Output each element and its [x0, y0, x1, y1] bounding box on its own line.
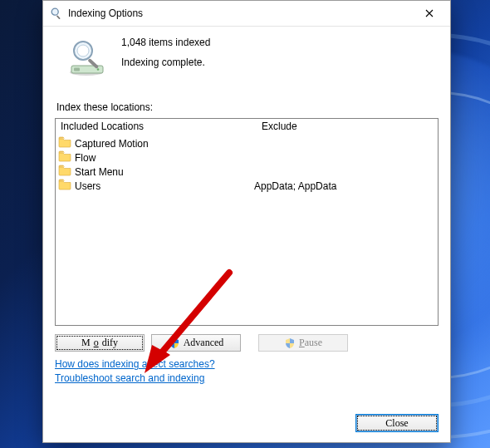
dialog-body: 1,048 items indexed Indexing complete. I… [43, 27, 450, 396]
list-item[interactable]: Flow [56, 150, 438, 165]
troubleshoot-link[interactable]: Troubleshoot search and indexing [55, 372, 204, 384]
shield-icon [169, 337, 180, 349]
items-indexed-count: 1,048 items indexed [121, 37, 210, 48]
folder-icon [58, 179, 71, 193]
list-item[interactable]: UsersAppData; AppData [56, 179, 438, 193]
location-name: Captured Motion [75, 138, 149, 150]
indexing-status: Indexing complete. [121, 57, 210, 68]
magnifier-drive-icon [55, 35, 121, 80]
title-bar[interactable]: Indexing Options [43, 1, 450, 27]
list-rows: Captured MotionFlowStart MenuUsersAppDat… [56, 135, 438, 325]
dialog-footer: Close [355, 414, 439, 432]
header-exclude[interactable]: Exclude [257, 119, 438, 135]
svg-rect-4 [74, 68, 80, 71]
exclude-value: AppData; AppData [249, 180, 438, 192]
list-header: Included Locations Exclude [56, 119, 438, 135]
modify-button[interactable]: Modify [55, 334, 145, 352]
location-name: Start Menu [75, 166, 124, 178]
magnifier-icon [50, 7, 63, 20]
window-close-button[interactable] [410, 1, 448, 26]
svg-point-5 [97, 68, 100, 71]
button-row: Modify Advanced [55, 334, 439, 352]
folder-icon [58, 136, 71, 150]
pause-button: Pause [258, 334, 348, 352]
header-included[interactable]: Included Locations [56, 119, 257, 135]
shield-icon [284, 337, 296, 349]
list-item[interactable]: Captured Motion [56, 136, 438, 150]
advanced-button[interactable]: Advanced [151, 334, 241, 352]
locations-label: Index these locations: [56, 101, 439, 113]
desktop-background: Indexing Options [0, 0, 490, 448]
window-title: Indexing Options [68, 7, 410, 19]
status-row: 1,048 items indexed Indexing complete. [55, 35, 439, 80]
svg-rect-1 [56, 15, 61, 19]
help-links: How does indexing affect searches? Troub… [55, 358, 439, 384]
close-icon [425, 9, 434, 17]
locations-list[interactable]: Included Locations Exclude Captured Moti… [55, 118, 439, 326]
list-item[interactable]: Start Menu [56, 165, 438, 179]
location-name: Flow [75, 152, 96, 164]
how-indexing-link[interactable]: How does indexing affect searches? [55, 358, 215, 370]
close-button[interactable]: Close [355, 414, 439, 432]
folder-icon [58, 150, 71, 165]
folder-icon [58, 165, 71, 179]
svg-point-7 [77, 45, 89, 57]
svg-point-0 [51, 8, 58, 15]
indexing-options-dialog: Indexing Options [42, 0, 451, 443]
location-name: Users [75, 180, 100, 192]
